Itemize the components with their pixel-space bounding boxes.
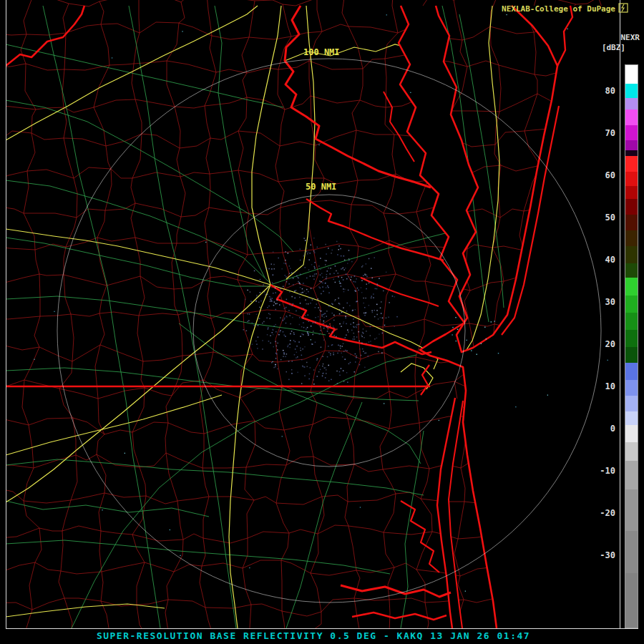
colorbar-segment (625, 125, 638, 141)
colorbar-segment (625, 396, 638, 411)
colorbar-segment (625, 98, 638, 109)
colorbar-segment (625, 347, 638, 363)
range-ring-label-50nmi: 50 NMI (306, 182, 336, 192)
colorbar-segment (625, 425, 638, 442)
colorbar-segment (625, 215, 638, 230)
colorbar-segment (625, 263, 638, 278)
colorbar-segment (625, 156, 638, 172)
range-ring-label-100nmi: 100 NMI (303, 47, 340, 57)
colorbar-segment (625, 411, 638, 426)
colorbar-segment (625, 363, 638, 380)
colorbar-segment (625, 442, 638, 461)
colorbar-units: [dBZ] (602, 43, 625, 52)
bottom-border-line (6, 628, 638, 629)
left-border-line (6, 0, 6, 628)
colorbar-segment (625, 278, 638, 296)
colorbar-segment (625, 380, 638, 396)
colorbar-segment (625, 573, 638, 628)
colorbar-segment (625, 172, 638, 186)
colorbar-segment (625, 313, 638, 330)
colorbar-segment (625, 65, 638, 84)
colorbar-segment (625, 489, 638, 531)
colorbar-segment (625, 461, 638, 489)
colorbar-segment (625, 199, 638, 215)
colorbar-segment (625, 531, 638, 574)
right-border-line (620, 0, 620, 628)
colorbar-segment (625, 246, 638, 263)
cod-logo-icon (618, 3, 628, 13)
colorbar-segment (625, 330, 638, 347)
colorbar-segment (625, 150, 638, 156)
colorbar-segment (625, 84, 638, 98)
colorbar-segment (625, 109, 638, 125)
product-caption: SUPER-RESOLUTION BASE REFLECTIVITY 0.5 D… (7, 630, 620, 641)
brand-text: NEXLAB-College of DuPage (502, 4, 615, 14)
colorbar-segment (625, 230, 638, 246)
colorbar (625, 64, 638, 628)
colorbar-title: NEXR (621, 33, 640, 42)
colorbar-segment (625, 186, 638, 199)
radar-viewer: 100 NMI 50 NMI NEXLAB-College of DuPage … (0, 0, 644, 644)
colorbar-segment (625, 296, 638, 313)
colorbar-segment (625, 140, 638, 150)
radar-map (0, 0, 644, 644)
